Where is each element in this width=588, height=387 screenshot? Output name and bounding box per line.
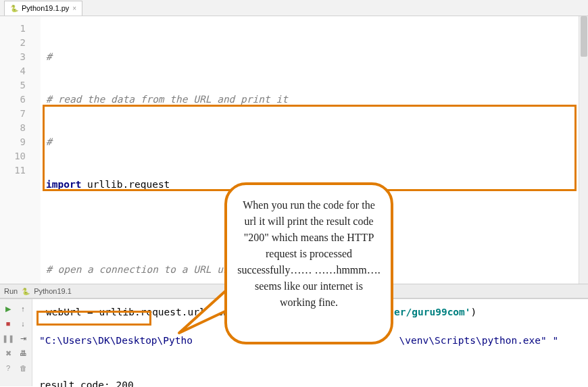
trash-button[interactable]: 🗑 xyxy=(16,361,30,375)
tab-filename: Python19.1.py xyxy=(22,4,69,12)
step-down-button[interactable]: ↓ xyxy=(16,317,30,330)
console-result-line: result code: 200 xyxy=(39,378,581,387)
editor-scrollbar[interactable] xyxy=(579,16,588,284)
python-run-icon: 🐍 xyxy=(22,288,30,295)
stop-button[interactable]: ■ xyxy=(1,317,15,330)
step-up-button[interactable]: ↑ xyxy=(16,302,30,315)
close-console-button[interactable]: ✖ xyxy=(1,346,15,360)
export-button[interactable]: ⇥ xyxy=(16,332,30,345)
help-button[interactable]: ? xyxy=(1,361,15,375)
editor-tab-bar: 🐍 Python19.1.py × xyxy=(0,0,588,16)
print-button[interactable]: 🖶 xyxy=(16,346,30,360)
annotation-callout: When you run the code for the url it wil… xyxy=(224,182,393,344)
callout-text: When you run the code for the url it wil… xyxy=(237,199,381,308)
run-label: Run xyxy=(4,287,18,295)
scrollbar-thumb[interactable] xyxy=(581,16,587,57)
file-tab[interactable]: 🐍 Python19.1.py × xyxy=(4,1,82,16)
run-button[interactable]: ▶ xyxy=(1,302,15,315)
console-toolbar: ▶ ↑ ■ ↓ ❚❚ ⇥ ✖ 🖶 ? 🗑 xyxy=(0,299,32,386)
python-file-icon: 🐍 xyxy=(10,5,18,12)
close-tab-icon[interactable]: × xyxy=(72,5,76,12)
line-gutter: 123 456 789 1011 xyxy=(0,16,41,284)
pause-button[interactable]: ❚❚ xyxy=(1,332,15,345)
